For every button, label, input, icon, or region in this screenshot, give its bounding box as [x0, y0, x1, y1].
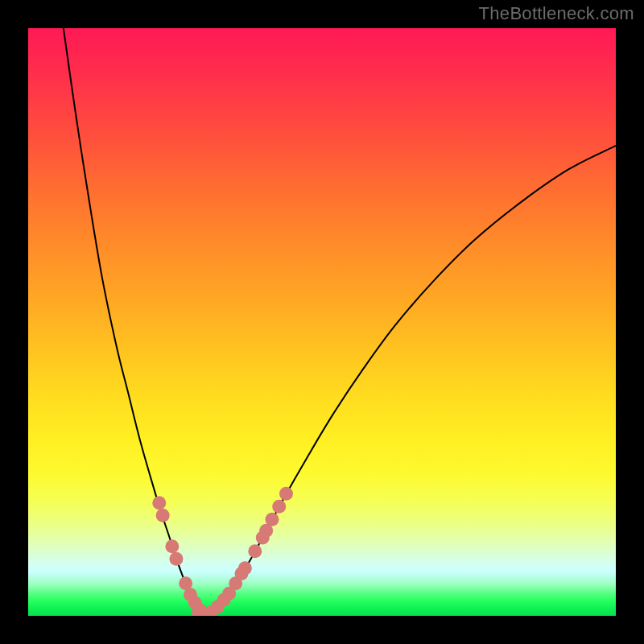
bead-left-1 [156, 509, 170, 522]
curve-right-branch [204, 146, 616, 615]
bead-right-3 [238, 561, 252, 575]
beads-layer [152, 487, 293, 616]
plot-area [28, 28, 616, 616]
bead-right-8 [272, 500, 286, 514]
curve-left-branch [64, 28, 204, 615]
bead-right-7 [265, 513, 279, 526]
watermark-text: TheBottleneck.com [479, 3, 634, 24]
chart-svg [28, 28, 616, 616]
bead-right-9 [279, 487, 293, 501]
bead-bottom-4 [217, 593, 231, 607]
chart-frame: TheBottleneck.com [0, 0, 644, 644]
bead-left-3 [169, 552, 183, 566]
bead-right-4 [248, 544, 262, 558]
bead-left-0 [152, 496, 166, 510]
bead-left-2 [165, 539, 179, 553]
curve-layer [64, 28, 616, 615]
